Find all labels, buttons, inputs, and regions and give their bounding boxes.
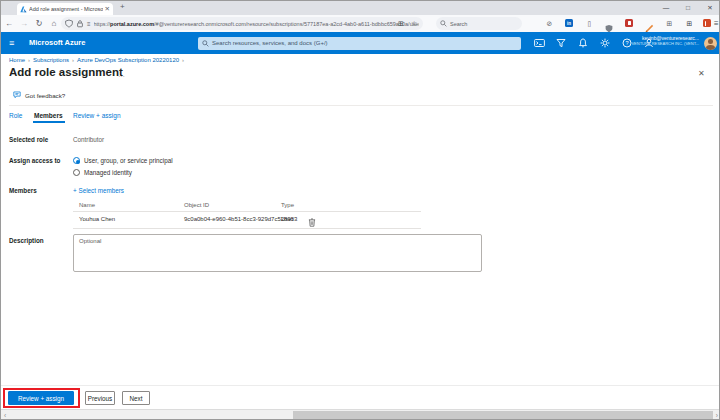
- member-type: User: [281, 216, 294, 222]
- azure-favicon-icon: [20, 6, 27, 13]
- got-feedback-button[interactable]: Got feedback?: [13, 91, 65, 99]
- window-maximize-button[interactable]: □: [677, 1, 699, 15]
- sidebar-extension-icon[interactable]: ▯: [585, 19, 594, 28]
- radio-user-group[interactable]: [73, 157, 80, 164]
- divider: [9, 105, 713, 106]
- scroll-right-icon[interactable]: ›: [716, 410, 718, 420]
- feedback-bubble-icon: [13, 91, 21, 99]
- table-row-divider: [73, 228, 421, 229]
- reader-mode-icon[interactable]: ≡: [87, 21, 91, 27]
- previous-button[interactable]: Previous: [85, 391, 115, 405]
- title-menu-icon[interactable]: …: [118, 71, 126, 78]
- avatar[interactable]: [704, 37, 717, 50]
- filter-icon[interactable]: [550, 38, 572, 48]
- home-icon[interactable]: ⌂: [48, 15, 60, 32]
- shield-icon[interactable]: [65, 19, 73, 28]
- pen-extension-icon[interactable]: [645, 19, 654, 28]
- tab-review-assign[interactable]: Review + assign: [73, 112, 121, 119]
- grid-extension-icon[interactable]: ⊞: [665, 19, 674, 28]
- radio-managed-identity[interactable]: [73, 169, 80, 176]
- footer-divider: [1, 385, 720, 386]
- got-feedback-label: Got feedback?: [25, 92, 65, 99]
- browser-menu-icon[interactable]: ≡: [714, 15, 719, 32]
- browser-search-placeholder: Search: [450, 21, 467, 27]
- lock-icon[interactable]: [76, 19, 84, 28]
- tab-role[interactable]: Role: [9, 112, 22, 119]
- members-label: Members: [9, 187, 37, 194]
- description-textarea[interactable]: [73, 234, 482, 272]
- scroll-left-icon[interactable]: ‹: [4, 410, 6, 420]
- back-icon[interactable]: ←: [3, 15, 15, 32]
- url-text: https://portal.azure.com/#@ventureresear…: [94, 21, 419, 27]
- window-close-button[interactable]: ✕: [699, 1, 720, 15]
- account-tenant: VENTURE RESEARCH INC. (VENT...: [579, 41, 699, 46]
- tab-close-icon[interactable]: ✕: [105, 5, 110, 13]
- scrollbar-thumb[interactable]: [293, 411, 713, 420]
- search-icon: [440, 20, 447, 27]
- col-header-name: Name: [79, 202, 95, 208]
- account-info[interactable]: kevinb@ventureresearc... VENTURE RESEARC…: [579, 35, 699, 46]
- select-members-link[interactable]: + Select members: [73, 187, 124, 194]
- url-bar[interactable]: ≡ https://portal.azure.com/#@venturerese…: [61, 17, 423, 30]
- browser-window: Add role assignment - Microso ✕ + — □ ✕ …: [0, 0, 720, 420]
- description-label: Description: [9, 237, 44, 244]
- page-title: Add role assignment: [9, 66, 123, 78]
- browser-tab[interactable]: Add role assignment - Microso ✕: [17, 3, 113, 15]
- hamburger-menu-icon[interactable]: ≡: [9, 32, 14, 54]
- new-tab-button[interactable]: +: [120, 2, 125, 11]
- azure-brand[interactable]: Microsoft Azure: [29, 32, 85, 54]
- selected-role-label: Selected role: [9, 136, 48, 143]
- bookmark-star-icon[interactable]: ☆: [411, 15, 417, 32]
- tab-title: Add role assignment - Microso: [29, 6, 103, 12]
- tiles-extension-icon[interactable]: ⊞: [685, 19, 694, 28]
- close-blade-icon[interactable]: ✕: [698, 69, 705, 78]
- window-minimize-button[interactable]: —: [655, 1, 677, 15]
- azure-search-box[interactable]: Search resources, services, and docs (G+…: [198, 37, 521, 50]
- breadcrumb-home[interactable]: Home: [9, 57, 25, 63]
- browser-tab-strip: Add role assignment - Microso ✕ + — □ ✕: [1, 1, 720, 15]
- radio-managed-identity-label: Managed identity: [84, 169, 132, 176]
- breadcrumb-subscriptions[interactable]: Subscriptions: [33, 57, 69, 63]
- reload-icon[interactable]: ↻: [33, 15, 45, 32]
- adblock-extension-icon[interactable]: [625, 19, 634, 28]
- apps-grid-icon[interactable]: ⊞: [398, 15, 404, 32]
- next-button[interactable]: Next: [122, 391, 150, 405]
- browser-toolbar: ← → ↻ ⌂ ≡ https://portal.azure.com/#@ven…: [1, 15, 720, 32]
- col-header-type: Type: [281, 202, 294, 208]
- member-name: Youhua Chen: [79, 216, 115, 222]
- active-tab-underline: [33, 121, 65, 123]
- breadcrumb: Home›Subscriptions›Azure DevOps Subscrip…: [9, 57, 187, 63]
- extension-blocker-icon[interactable]: ⊘: [545, 19, 554, 28]
- forward-icon[interactable]: →: [18, 15, 30, 32]
- tab-members[interactable]: Members: [34, 112, 63, 119]
- azure-search-placeholder: Search resources, services, and docs (G+…: [212, 40, 328, 46]
- horizontal-scrollbar[interactable]: ‹ ›: [1, 409, 720, 420]
- assign-access-label: Assign access to: [9, 157, 60, 164]
- breadcrumb-subscription-name[interactable]: Azure DevOps Subscription 20220120: [77, 57, 179, 63]
- selected-role-value: Contributor: [73, 136, 104, 143]
- search-icon: [202, 40, 209, 47]
- cloud-shell-icon[interactable]: [528, 38, 550, 48]
- azure-header: ≡ Microsoft Azure Search resources, serv…: [1, 32, 720, 54]
- linkedin-extension-icon[interactable]: in: [565, 19, 574, 28]
- review-assign-button[interactable]: Review + assign: [8, 391, 74, 405]
- col-header-object-id: Object ID: [184, 202, 209, 208]
- onenote-extension-icon[interactable]: [703, 19, 712, 28]
- shield-extension-icon[interactable]: [605, 19, 614, 28]
- radio-user-group-label: User, group, or service principal: [84, 157, 173, 164]
- table-header-divider: [73, 211, 421, 212]
- window-controls: — □ ✕: [655, 1, 720, 15]
- browser-search-box[interactable]: Search: [436, 17, 522, 30]
